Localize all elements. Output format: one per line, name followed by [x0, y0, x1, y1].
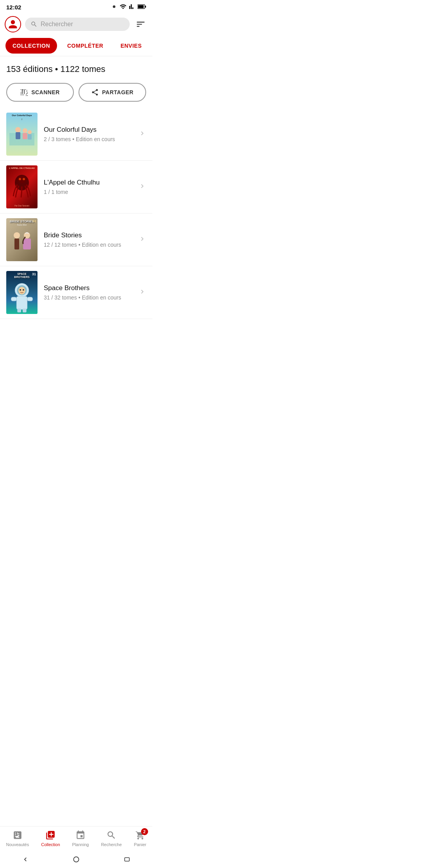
tab-collection[interactable]: COLLECTION	[5, 38, 57, 54]
chevron-right-icon	[138, 235, 146, 244]
manga-sub-cthulhu: 1 / 1 tome	[44, 189, 135, 195]
svg-point-21	[18, 287, 25, 295]
signal-icon	[129, 4, 135, 11]
header: Rechercher	[0, 13, 152, 36]
svg-rect-6	[16, 132, 20, 139]
svg-rect-26	[27, 297, 33, 301]
svg-rect-16	[14, 239, 19, 249]
svg-point-13	[19, 178, 21, 180]
search-placeholder: Rechercher	[41, 21, 73, 28]
manga-info-bride-stories: Bride Stories 12 / 12 tomes • Edition en…	[44, 231, 135, 248]
svg-rect-25	[11, 297, 17, 301]
svg-point-15	[14, 232, 20, 239]
tab-envies[interactable]: ENVIES	[113, 38, 148, 54]
wifi-icon	[120, 3, 127, 11]
svg-rect-27	[17, 308, 21, 312]
manga-info-cthulhu: L'Appel de Cthulhu 1 / 1 tome	[44, 179, 135, 195]
status-time: 12:02	[6, 4, 21, 11]
partager-button[interactable]: PARTAGER	[79, 83, 146, 102]
svg-rect-3	[145, 5, 146, 7]
svg-point-23	[23, 289, 24, 291]
search-icon	[30, 21, 38, 28]
manga-title-cthulhu: L'Appel de Cthulhu	[44, 179, 135, 187]
manga-item-colorful-days[interactable]: Our Colorful Days 2	[0, 108, 152, 161]
battery-icon	[138, 4, 146, 11]
manga-cover-bride-stories: BRIDE STORIES Kaoru Mori 12	[6, 218, 38, 261]
svg-rect-8	[23, 133, 27, 139]
manga-sub-space-brothers: 31 / 32 tomes • Edition en cours	[44, 294, 135, 301]
stats-section: 153 éditions • 1122 tomes	[0, 56, 152, 78]
svg-rect-28	[23, 308, 27, 312]
manga-sub-bride-stories: 12 / 12 tomes • Edition en cours	[44, 242, 135, 248]
avatar[interactable]	[5, 16, 21, 32]
search-bar[interactable]: Rechercher	[25, 18, 130, 31]
share-icon	[91, 88, 99, 96]
manga-info-colorful-days: Our Colorful Days 2 / 3 tomes • Edition …	[44, 126, 135, 142]
svg-point-22	[20, 289, 21, 291]
status-bar: 12:02	[0, 0, 152, 13]
tab-bar: COLLECTION COMPLÉTER ENVIES	[0, 36, 152, 56]
svg-rect-18	[23, 239, 31, 249]
user-icon	[8, 19, 18, 29]
filter-icon	[136, 19, 146, 29]
manga-list: Our Colorful Days 2	[0, 108, 152, 374]
svg-rect-2	[138, 5, 143, 8]
svg-rect-10	[28, 134, 32, 140]
manga-item-space-brothers[interactable]: SPACEBROTHERS 31	[0, 266, 152, 319]
svg-point-7	[23, 128, 27, 133]
notification-icon	[111, 4, 117, 11]
manga-cover-colorful-days: Our Colorful Days 2	[6, 113, 38, 156]
partager-label: PARTAGER	[102, 89, 133, 95]
stats-text: 153 éditions • 1122 tomes	[6, 64, 106, 74]
svg-point-14	[23, 178, 25, 180]
scanner-button[interactable]: SCANNER	[6, 83, 74, 102]
filter-button[interactable]	[134, 17, 148, 31]
svg-point-0	[113, 5, 116, 8]
scanner-label: SCANNER	[31, 89, 60, 95]
svg-point-9	[28, 130, 32, 134]
manga-item-bride-stories[interactable]: BRIDE STORIES Kaoru Mori 12	[0, 213, 152, 266]
scanner-icon	[20, 88, 28, 96]
chevron-right-icon	[138, 182, 146, 192]
manga-sub-colorful-days: 2 / 3 tomes • Edition en cours	[44, 136, 135, 142]
manga-cover-cthulhu: L'APPEL DE CTHULHU Par Dan Tanizaki	[6, 165, 38, 208]
svg-rect-24	[16, 296, 27, 309]
manga-title-colorful-days: Our Colorful Days	[44, 126, 135, 134]
manga-info-space-brothers: Space Brothers 31 / 32 tomes • Edition e…	[44, 284, 135, 301]
status-icons	[111, 3, 146, 11]
manga-item-cthulhu[interactable]: L'APPEL DE CTHULHU Par Dan Tanizaki	[0, 161, 152, 213]
manga-title-bride-stories: Bride Stories	[44, 231, 135, 239]
action-buttons: SCANNER PARTAGER	[0, 78, 152, 108]
manga-title-space-brothers: Space Brothers	[44, 284, 135, 292]
chevron-right-icon	[138, 288, 146, 297]
manga-cover-space-brothers: SPACEBROTHERS 31	[6, 271, 38, 314]
chevron-right-icon	[138, 129, 146, 139]
svg-point-5	[15, 127, 21, 133]
tab-completer[interactable]: COMPLÉTER	[60, 38, 110, 54]
